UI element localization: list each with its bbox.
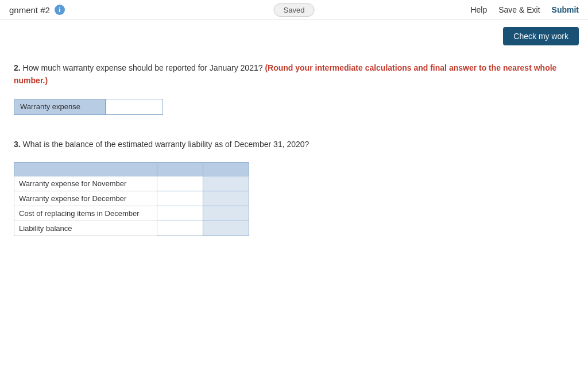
table-row: Cost of replacing items in December [14, 206, 249, 221]
check-work-container: Check my work [0, 20, 588, 50]
input-cost-replacing-col1[interactable] [157, 206, 203, 221]
saved-badge: Saved [274, 3, 315, 17]
table-header-row [14, 163, 249, 176]
row-november-col1[interactable] [157, 176, 203, 191]
table-row: Warranty expense for November [14, 176, 249, 191]
input-november-col2[interactable] [203, 176, 249, 191]
row-december-expense-col2[interactable] [203, 191, 249, 206]
submit-link[interactable]: Submit [552, 5, 579, 14]
row-liability-col1[interactable] [157, 221, 203, 236]
warranty-expense-label: Warranty expense [14, 99, 106, 115]
col-label-header [14, 163, 157, 176]
warranty-expense-row: Warranty expense [14, 99, 574, 115]
row-cost-replacing-col1[interactable] [157, 206, 203, 221]
main-content: 2. How much warranty expense should be r… [0, 50, 588, 271]
header: gnment #2 i Saved Help Save & Exit Submi… [0, 0, 588, 20]
row-december-expense-col1[interactable] [157, 191, 203, 206]
input-liability-col1[interactable] [157, 221, 203, 236]
row-label-liability-balance: Liability balance [14, 221, 157, 236]
row-liability-col2[interactable] [203, 221, 249, 236]
col2-header [203, 163, 249, 176]
question-2-number: 2. [14, 63, 21, 72]
question-3-number: 3. [14, 140, 21, 149]
info-icon[interactable]: i [55, 5, 65, 15]
question-3-table: Warranty expense for November Warranty e… [14, 162, 249, 236]
input-cost-replacing-col2[interactable] [203, 206, 249, 221]
warranty-expense-input[interactable] [106, 99, 163, 115]
save-exit-link[interactable]: Save & Exit [498, 5, 540, 14]
question-2-text: 2. How much warranty expense should be r… [14, 61, 574, 87]
row-cost-replacing-col2[interactable] [203, 206, 249, 221]
row-label-cost-replacing: Cost of replacing items in December [14, 206, 157, 221]
input-december-expense-col1[interactable] [157, 191, 203, 206]
input-december-expense-col2[interactable] [203, 191, 249, 206]
col1-header [157, 163, 203, 176]
row-november-col2[interactable] [203, 176, 249, 191]
question-3-table-container: Warranty expense for November Warranty e… [14, 162, 574, 236]
check-my-work-button[interactable]: Check my work [503, 27, 579, 45]
row-label-november: Warranty expense for November [14, 176, 157, 191]
question-3-block: 3. What is the balance of the estimated … [14, 138, 574, 236]
input-november-col1[interactable] [157, 176, 203, 191]
row-label-december-expense: Warranty expense for December [14, 191, 157, 206]
input-liability-col2[interactable] [203, 221, 249, 236]
question-2-block: 2. How much warranty expense should be r… [14, 61, 574, 115]
header-right: Help Save & Exit Submit [470, 5, 579, 14]
page-title: gnment #2 [9, 5, 50, 15]
header-left: gnment #2 i [9, 5, 65, 15]
table-row: Liability balance [14, 221, 249, 236]
help-link[interactable]: Help [470, 5, 487, 14]
question-3-text: 3. What is the balance of the estimated … [14, 138, 574, 151]
question-3-body: What is the balance of the estimated war… [21, 140, 310, 149]
question-2-body: How much warranty expense should be repo… [21, 63, 263, 72]
table-row: Warranty expense for December [14, 191, 249, 206]
